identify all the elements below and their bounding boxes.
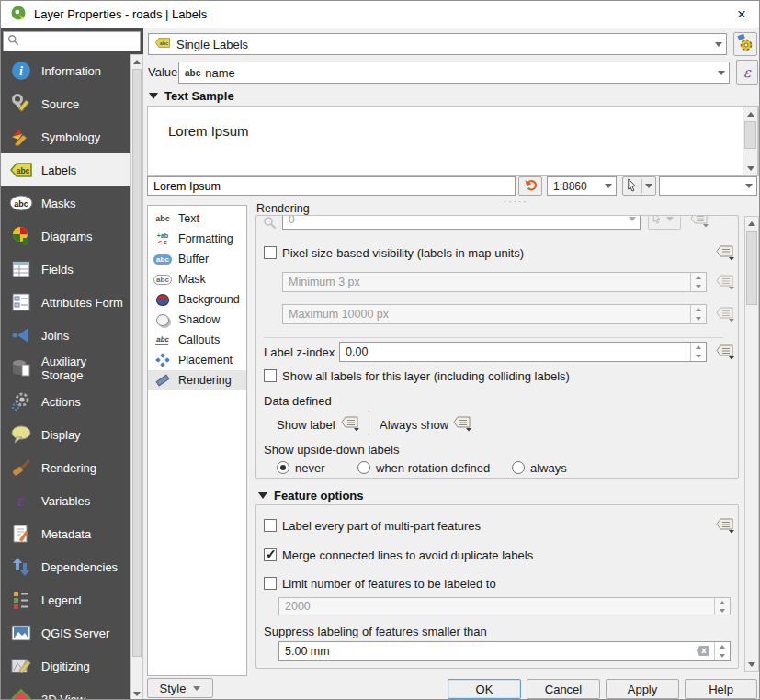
scroll-up-icon[interactable] — [131, 55, 142, 68]
limit-features-spinbox[interactable]: 2000 — [278, 597, 731, 615]
sidebar-item-source[interactable]: Source — [1, 87, 130, 120]
spin-buttons[interactable] — [690, 305, 706, 323]
feature-options-header[interactable]: Feature options — [258, 489, 364, 502]
splitter-handle[interactable]: ····· — [504, 197, 528, 207]
suppress-spinbox[interactable]: 5.00 mm — [278, 641, 731, 661]
value-field-combo[interactable]: abc name — [178, 62, 730, 84]
show-all-labels-checkbox[interactable] — [264, 369, 277, 382]
tab-placement[interactable]: Placement — [148, 350, 246, 370]
sidebar-item-diagrams[interactable]: Diagrams — [1, 220, 130, 253]
set-scale-from-canvas-button[interactable] — [648, 215, 681, 230]
data-defined-override-icon[interactable] — [339, 414, 361, 433]
sidebar-item-actions[interactable]: Actions — [1, 385, 130, 418]
sidebar-item-masks[interactable]: abc Masks — [1, 186, 130, 220]
radio-never[interactable] — [277, 461, 289, 474]
spin-buttons[interactable] — [690, 343, 706, 361]
help-button[interactable]: Help — [685, 679, 757, 699]
sidebar-item-dependencies[interactable]: Dependencies — [1, 550, 130, 583]
tab-formatting[interactable]: +ab< cFormatting — [148, 229, 246, 249]
scale-combo[interactable]: 1:8860 — [547, 176, 617, 196]
sidebar-scrollbar[interactable] — [130, 54, 143, 700]
tab-mask[interactable]: abcMask — [148, 269, 246, 289]
sidebar-item-fields[interactable]: Fields — [1, 253, 130, 286]
sidebar-item-auxiliary-storage[interactable]: Auxiliary Storage — [1, 352, 130, 385]
text-sample-header[interactable]: Text Sample — [149, 89, 234, 103]
close-icon[interactable]: × — [733, 6, 750, 24]
sidebar-item-rendering[interactable]: Rendering — [1, 451, 130, 484]
sidebar-item-attributes-form[interactable]: Attributes Form — [1, 286, 130, 319]
dropdown-arrow-icon[interactable] — [600, 177, 616, 195]
preview-scrollbar-thumb[interactable] — [744, 121, 756, 149]
dropdown-arrow-icon[interactable] — [624, 215, 640, 229]
tab-text[interactable]: abcText — [148, 209, 246, 229]
sidebar-item-qgis-server[interactable]: QGIS Server — [1, 616, 130, 649]
preview-scrollbar[interactable] — [743, 107, 758, 175]
limit-features-checkbox[interactable] — [264, 577, 277, 590]
data-defined-override-icon[interactable] — [688, 215, 710, 229]
preview-background-combo[interactable] — [659, 176, 757, 196]
minimum-scale-combo[interactable]: 0 — [282, 215, 641, 230]
collapse-triangle-icon[interactable] — [149, 93, 158, 99]
data-defined-override-icon[interactable] — [714, 273, 736, 291]
data-defined-override-icon[interactable] — [714, 343, 736, 361]
sidebar-item-variables[interactable]: ε Variables — [1, 484, 130, 517]
data-defined-override-icon[interactable] — [714, 243, 736, 262]
dropdown-arrow-icon[interactable] — [741, 177, 756, 195]
data-defined-override-icon[interactable] — [451, 414, 473, 433]
data-defined-override-icon[interactable] — [714, 516, 736, 535]
tab-background[interactable]: Background — [148, 289, 246, 310]
sidebar-item-joins[interactable]: Joins — [1, 319, 130, 352]
map-tool-button[interactable] — [622, 176, 656, 196]
ok-button[interactable]: OK — [448, 679, 521, 699]
radio-always[interactable] — [512, 461, 525, 474]
sidebar-item-metadata[interactable]: Metadata — [1, 517, 130, 550]
sidebar-item-label: Source — [41, 97, 79, 111]
tab-buffer[interactable]: abcBuffer — [148, 249, 246, 269]
style-button[interactable]: Style — [147, 678, 213, 698]
scroll-down-icon[interactable] — [743, 162, 757, 175]
sample-text-input[interactable] — [147, 176, 516, 196]
sidebar-item-3d-view[interactable]: 3D View — [1, 683, 130, 700]
scroll-up-icon[interactable] — [743, 107, 757, 120]
auto-placement-settings-button[interactable] — [733, 32, 757, 56]
tab-label: Buffer — [178, 253, 209, 265]
sidebar-search[interactable] — [3, 31, 141, 51]
sidebar-item-digitizing[interactable]: Digitizing — [1, 649, 130, 683]
scroll-down-icon[interactable] — [131, 687, 142, 700]
search-input[interactable] — [23, 34, 124, 49]
sidebar-item-labels[interactable]: abc Labels — [1, 153, 130, 186]
data-defined-override-icon[interactable] — [714, 305, 736, 323]
multipart-checkbox[interactable] — [264, 519, 277, 532]
clear-icon[interactable] — [696, 645, 709, 660]
zindex-spinbox[interactable]: 0.00 — [339, 342, 707, 362]
label-type-combo[interactable]: abc Single Labels — [148, 33, 727, 55]
pixel-visibility-checkbox[interactable] — [264, 246, 277, 259]
spin-buttons[interactable] — [690, 273, 706, 291]
dropdown-arrow-icon[interactable] — [645, 184, 652, 188]
scroll-down-icon[interactable] — [745, 658, 758, 671]
minimum-pixel-spinbox[interactable]: Minimum 3 px — [282, 272, 707, 292]
tab-rendering[interactable]: Rendering — [148, 370, 246, 390]
maximum-pixel-spinbox[interactable]: Maximum 10000 px — [282, 304, 707, 324]
sidebar-scrollbar-thumb[interactable] — [132, 69, 142, 657]
merge-lines-checkbox[interactable] — [264, 548, 277, 561]
cancel-button[interactable]: Cancel — [527, 679, 600, 699]
sidebar-item-legend[interactable]: Legend — [1, 583, 130, 616]
dropdown-arrow-icon[interactable] — [710, 34, 726, 54]
panel-scrollbar[interactable] — [744, 216, 759, 672]
reset-sample-button[interactable] — [518, 176, 542, 196]
collapse-triangle-icon[interactable] — [258, 492, 267, 499]
tab-shadow[interactable]: Shadow — [148, 310, 246, 330]
tab-callouts[interactable]: abcCallouts — [148, 330, 246, 350]
radio-when-rotation-defined[interactable] — [357, 461, 370, 474]
sidebar-item-display[interactable]: Display — [1, 418, 130, 451]
spin-buttons[interactable] — [714, 642, 730, 660]
sidebar-item-symbology[interactable]: Symbology — [1, 120, 130, 153]
spin-buttons[interactable] — [714, 598, 730, 615]
dropdown-arrow-icon[interactable] — [713, 62, 729, 83]
expression-builder-button[interactable]: ε — [736, 60, 758, 85]
scroll-up-icon[interactable] — [745, 217, 758, 230]
panel-scrollbar-thumb[interactable] — [746, 231, 757, 305]
apply-button[interactable]: Apply — [606, 679, 679, 699]
sidebar-item-information[interactable]: i Information — [1, 54, 130, 87]
